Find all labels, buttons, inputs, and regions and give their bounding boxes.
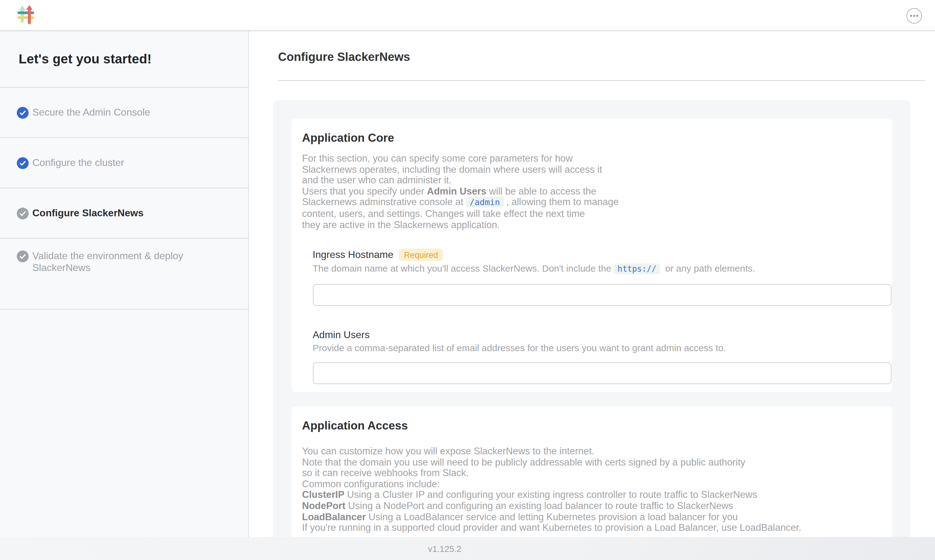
sidebar-title: Let's get you started!: [0, 31, 248, 88]
top-bar: [0, 0, 935, 31]
title-divider: [278, 80, 925, 81]
application-core-heading: Application Core: [302, 131, 881, 145]
ingress-hostname-input[interactable]: [313, 284, 891, 306]
step-check-icon: [17, 106, 29, 118]
admin-users-label: Admin Users: [313, 329, 370, 340]
slackernews-logo-icon[interactable]: [17, 5, 34, 24]
setup-wizard-page: Let's get you started! Secure the Admin …: [0, 0, 935, 560]
admin-users-input[interactable]: [313, 362, 891, 384]
step-check-icon: [17, 207, 29, 219]
application-access-card: Application Access You can customize how…: [292, 406, 892, 537]
application-core-card: Application Core For this section, you c…: [292, 119, 892, 392]
setup-steps-sidebar: Let's get you started! Secure the Admin …: [0, 31, 249, 537]
ingress-hostname-help: The domain name at which you'll access S…: [313, 263, 881, 274]
ellipsis-icon: [910, 15, 912, 17]
step-label: Validate the environment & deploy Slacke…: [32, 251, 223, 274]
admin-users-field: Admin Users Provide a comma-separated li…: [313, 329, 881, 384]
application-access-description: You can customize how you will expose Sl…: [302, 446, 881, 533]
ingress-hostname-label: Ingress Hostname: [313, 249, 393, 260]
application-access-heading: Application Access: [302, 419, 881, 432]
step-secure-admin-console[interactable]: Secure the Admin Console: [0, 88, 248, 138]
ingress-hostname-field: Ingress Hostname Required The domain nam…: [313, 249, 881, 306]
footer-bar: v1.125.2: [0, 537, 935, 560]
config-panel: Application Core For this section, you c…: [273, 100, 910, 537]
step-check-icon: [17, 251, 29, 262]
version-label: v1.125.2: [428, 544, 461, 554]
step-label: Secure the Admin Console: [32, 107, 150, 118]
config-content: Configure SlackerNews Application Core F…: [250, 31, 935, 537]
overflow-menu-button[interactable]: [906, 8, 922, 24]
step-configure-cluster[interactable]: Configure the cluster: [0, 138, 248, 188]
required-badge: Required: [399, 249, 443, 261]
step-validate-deploy[interactable]: Validate the environment & deploy Slacke…: [0, 238, 248, 309]
step-configure-slackernews[interactable]: Configure SlackerNews: [0, 188, 248, 238]
step-check-icon: [17, 157, 29, 169]
step-label: Configure SlackerNews: [32, 208, 143, 219]
admin-users-help: Provide a comma-separated list of email …: [313, 342, 881, 353]
step-label: Configure the cluster: [32, 157, 124, 169]
page-title: Configure SlackerNews: [278, 50, 410, 64]
application-core-description: For this section, you can specify some c…: [302, 153, 881, 230]
